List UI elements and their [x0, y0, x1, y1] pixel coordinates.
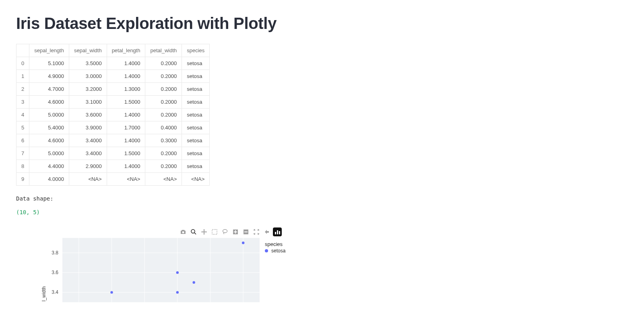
column-header: sepal_width — [69, 44, 107, 57]
row-index: 9 — [17, 173, 29, 186]
legend-title: species — [265, 241, 285, 247]
table-cell: 0.2000 — [145, 160, 182, 173]
svg-line-1 — [194, 233, 196, 234]
table-row: 75.00003.40001.50000.2000setosa — [17, 147, 210, 160]
table-cell: 1.4000 — [107, 134, 145, 147]
svg-point-3 — [223, 229, 227, 233]
table-row: 05.10003.50001.40000.2000setosa — [17, 57, 210, 70]
plotly-logo-icon[interactable] — [273, 227, 282, 236]
row-index: 4 — [17, 109, 29, 121]
table-cell: <NA> — [107, 173, 145, 186]
svg-rect-9 — [62, 238, 260, 302]
table-cell: 0.2000 — [145, 70, 182, 83]
reset-axes-icon[interactable] — [262, 227, 271, 236]
legend-swatch-icon — [265, 249, 268, 252]
svg-text:3.6: 3.6 — [52, 270, 58, 275]
column-header: petal_width — [145, 44, 182, 57]
table-cell: 1.4000 — [107, 109, 145, 121]
row-index: 6 — [17, 134, 29, 147]
table-row: 45.00003.60001.40000.2000setosa — [17, 109, 210, 121]
table-cell: setosa — [182, 109, 210, 121]
svg-rect-6 — [234, 232, 237, 232]
svg-rect-8 — [244, 232, 248, 232]
table-cell: 4.6000 — [29, 134, 69, 147]
dataframe-corner — [17, 44, 29, 57]
table-cell: 4.9000 — [29, 70, 69, 83]
row-index: 2 — [17, 83, 29, 96]
lasso-select-icon[interactable] — [221, 227, 229, 236]
table-row: 34.60003.10001.50000.2000setosa — [17, 96, 210, 109]
table-cell: <NA> — [145, 173, 182, 186]
svg-point-25 — [110, 291, 113, 293]
svg-point-23 — [176, 271, 179, 274]
pan-icon[interactable] — [200, 227, 208, 236]
chart-legend: species setosa — [265, 241, 285, 254]
table-cell: 3.6000 — [69, 109, 107, 121]
row-index: 7 — [17, 147, 29, 160]
svg-point-24 — [242, 242, 244, 244]
table-cell: 1.4000 — [107, 160, 145, 173]
table-cell: 3.5000 — [69, 57, 107, 70]
autoscale-icon[interactable] — [252, 227, 261, 236]
column-header: species — [182, 44, 210, 57]
table-cell: 0.2000 — [145, 147, 182, 160]
table-cell: 0.3000 — [145, 134, 182, 147]
row-index: 8 — [17, 160, 29, 173]
table-cell: 0.2000 — [145, 96, 182, 109]
table-cell: 0.2000 — [145, 57, 182, 70]
table-cell: <NA> — [182, 173, 210, 186]
row-index: 5 — [17, 121, 29, 134]
column-header: sepal_length — [29, 44, 69, 57]
table-cell: setosa — [182, 83, 210, 96]
zoom-icon[interactable] — [189, 227, 198, 236]
table-cell: 0.4000 — [145, 121, 182, 134]
y-axis-label: l_width — [41, 287, 47, 301]
svg-point-22 — [192, 281, 195, 284]
table-cell: 3.1000 — [69, 96, 107, 109]
stdout-text: Data shape: — [16, 195, 628, 202]
table-cell: 3.2000 — [69, 83, 107, 96]
row-index: 3 — [17, 96, 29, 109]
table-row: 94.0000<NA><NA><NA><NA> — [17, 173, 210, 186]
zoom-out-icon[interactable] — [242, 227, 250, 236]
table-cell: 1.4000 — [107, 70, 145, 83]
table-cell: 1.5000 — [107, 147, 145, 160]
box-select-icon[interactable] — [210, 227, 219, 236]
legend-item[interactable]: setosa — [265, 248, 285, 254]
table-row: 55.40003.90001.70000.4000setosa — [17, 121, 210, 134]
table-cell: 1.5000 — [107, 96, 145, 109]
table-cell: setosa — [182, 147, 210, 160]
table-cell: 5.0000 — [29, 109, 69, 121]
scatter-chart[interactable]: 3.43.63.8l_width species setosa — [16, 238, 298, 318]
zoom-in-icon[interactable] — [231, 227, 240, 236]
column-header: petal_length — [107, 44, 145, 57]
plot-modebar — [16, 227, 282, 236]
page-title: Iris Dataset Exploration with Plotly — [16, 14, 628, 33]
camera-icon[interactable] — [179, 227, 188, 236]
svg-point-0 — [191, 229, 195, 233]
table-cell: 3.0000 — [69, 70, 107, 83]
table-cell: 0.2000 — [145, 109, 182, 121]
table-cell: 1.4000 — [107, 57, 145, 70]
table-cell: 3.4000 — [69, 134, 107, 147]
row-index: 1 — [17, 70, 29, 83]
table-cell: 3.4000 — [69, 147, 107, 160]
table-cell: setosa — [182, 57, 210, 70]
table-cell: 4.7000 — [29, 83, 69, 96]
table-cell: 4.4000 — [29, 160, 69, 173]
table-cell: 1.7000 — [107, 121, 145, 134]
svg-point-26 — [176, 291, 179, 293]
table-cell: setosa — [182, 121, 210, 134]
table-cell: 5.0000 — [29, 147, 69, 160]
table-cell: 2.9000 — [69, 160, 107, 173]
table-cell: 1.3000 — [107, 83, 145, 96]
table-row: 64.60003.40001.40000.3000setosa — [17, 134, 210, 147]
table-cell: 4.0000 — [29, 173, 69, 186]
svg-rect-2 — [212, 229, 217, 234]
table-row: 14.90003.00001.40000.2000setosa — [17, 70, 210, 83]
svg-text:3.8: 3.8 — [52, 250, 58, 256]
table-cell: 4.6000 — [29, 96, 69, 109]
table-cell: 5.1000 — [29, 57, 69, 70]
table-cell: 3.9000 — [69, 121, 107, 134]
table-cell: 5.4000 — [29, 121, 69, 134]
